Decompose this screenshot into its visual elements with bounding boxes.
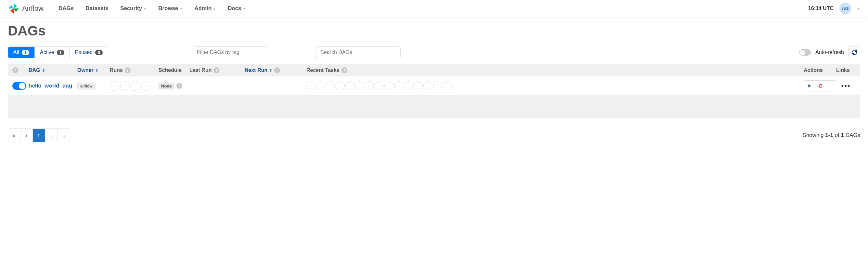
page-body: DAGs All 1 Active 1 Paused 0 Auto-refr <box>0 17 868 124</box>
filter-active-count: 1 <box>57 50 64 55</box>
col-nextrun[interactable]: Next Run ▲▼ i <box>245 67 306 73</box>
col-runs-label: Runs <box>110 67 123 73</box>
trigger-dag-button[interactable] <box>804 81 815 91</box>
delete-dag-button[interactable] <box>815 81 826 91</box>
filter-paused[interactable]: Paused 0 <box>70 47 108 58</box>
svg-rect-0 <box>819 85 822 87</box>
nav-browse[interactable]: Browse▼ <box>158 5 183 12</box>
schedule-badge: None i <box>158 83 182 89</box>
task-status-circle[interactable] <box>423 81 432 90</box>
col-lastrun: Last Run i <box>189 67 245 73</box>
tag-filter-input[interactable] <box>193 47 267 58</box>
sort-icon: ▲▼ <box>42 68 45 72</box>
nav-security[interactable]: Security▼ <box>120 5 147 12</box>
page-next[interactable]: › <box>45 129 58 142</box>
more-links-button[interactable]: ••• <box>841 82 850 90</box>
table-row: hello_world_dag airflow None i <box>8 77 860 95</box>
user-avatar[interactable]: AG <box>839 3 851 14</box>
task-status-circle[interactable] <box>345 81 354 90</box>
summary-total: 1 <box>841 132 844 138</box>
task-status-circle[interactable] <box>326 81 335 90</box>
col-dag-label: DAG <box>29 67 40 73</box>
filter-active[interactable]: Active 1 <box>35 47 70 58</box>
task-status-circle[interactable] <box>355 81 364 90</box>
tag-filter <box>193 47 267 58</box>
trash-icon <box>818 84 823 88</box>
owner-tag[interactable]: airflow <box>77 83 95 89</box>
chevron-down-icon[interactable]: ▼ <box>857 7 860 10</box>
airflow-logo-icon <box>8 3 20 14</box>
nav-docs[interactable]: Docs▼ <box>228 5 246 12</box>
task-status-circle[interactable] <box>433 81 442 90</box>
summary-mid: of <box>833 132 841 138</box>
search-input[interactable] <box>316 47 401 58</box>
run-status-circle[interactable] <box>110 81 120 91</box>
filter-paused-count: 0 <box>95 50 103 55</box>
nav-dags-label: DAGs <box>59 5 74 12</box>
task-status-circle[interactable] <box>394 81 403 90</box>
autorefresh-label: Auto-refresh <box>815 50 844 55</box>
chevron-down-icon: ▼ <box>180 7 183 10</box>
filter-all[interactable]: All 1 <box>8 47 35 58</box>
action-buttons <box>804 80 836 91</box>
info-icon[interactable]: i <box>213 67 219 73</box>
sort-icon: ▲▼ <box>269 68 272 72</box>
chevron-down-icon: ▼ <box>213 7 216 10</box>
col-lastrun-label: Last Run <box>189 67 212 73</box>
task-status-circle[interactable] <box>365 81 374 90</box>
nav-admin[interactable]: Admin▼ <box>194 5 216 12</box>
status-filter-group: All 1 Active 1 Paused 0 <box>8 47 108 58</box>
filter-active-label: Active <box>40 50 54 55</box>
info-icon[interactable]: i <box>341 67 347 73</box>
schedule-label[interactable]: None <box>158 83 175 89</box>
col-actions: Actions <box>804 67 836 73</box>
clock[interactable]: 16:14 UTC <box>808 5 834 11</box>
info-icon[interactable]: i <box>274 67 280 73</box>
info-icon[interactable]: i <box>176 83 182 89</box>
task-status-circle[interactable] <box>413 81 423 90</box>
filter-all-count: 1 <box>22 50 29 55</box>
navbar-right: 16:14 UTC AG ▼ <box>808 3 860 14</box>
task-status-circle[interactable] <box>375 81 384 90</box>
info-icon[interactable]: i <box>12 67 18 73</box>
nav-datasets[interactable]: Datasets <box>86 5 108 12</box>
table-header: i DAG ▲▼ Owner ▲▼ Runs i Schedule Last R… <box>8 64 860 77</box>
filter-all-label: All <box>13 50 19 55</box>
task-status-circle[interactable] <box>316 81 325 90</box>
task-status-circle[interactable] <box>443 81 452 90</box>
autorefresh-toggle[interactable] <box>799 49 811 56</box>
summary-range: 1-1 <box>825 132 833 138</box>
task-status-circle[interactable] <box>384 81 393 90</box>
col-dag[interactable]: DAG ▲▼ <box>29 67 77 73</box>
dag-name-link[interactable]: hello_world_dag <box>29 83 72 89</box>
nav-dags[interactable]: DAGs <box>59 5 74 12</box>
nav-browse-label: Browse <box>158 5 178 12</box>
runs-circles <box>110 81 158 91</box>
info-icon[interactable]: i <box>125 67 131 73</box>
brand[interactable]: Airflow <box>8 3 43 14</box>
run-status-circle[interactable] <box>120 81 130 91</box>
dag-enable-toggle[interactable] <box>12 82 26 90</box>
brand-text: Airflow <box>22 4 43 13</box>
col-owner-label: Owner <box>77 67 94 73</box>
page-current[interactable]: 1 <box>33 129 45 142</box>
page-last[interactable]: » <box>58 129 70 142</box>
col-recent-label: Recent Tasks <box>306 67 339 73</box>
filter-paused-label: Paused <box>75 50 93 55</box>
run-status-circle[interactable] <box>141 81 151 91</box>
task-status-circle[interactable] <box>336 81 345 90</box>
col-runs: Runs i <box>110 67 158 73</box>
task-status-circle[interactable] <box>404 81 413 90</box>
nav-links: DAGs Datasets Security▼ Browse▼ Admin▼ D… <box>59 5 246 12</box>
page-first[interactable]: « <box>8 129 21 142</box>
summary-suffix: DAGs <box>844 132 860 138</box>
col-nextrun-label: Next Run <box>245 67 267 73</box>
dag-table: i DAG ▲▼ Owner ▲▼ Runs i Schedule Last R… <box>8 64 860 118</box>
col-schedule-label: Schedule <box>158 67 182 73</box>
run-status-circle[interactable] <box>131 81 140 91</box>
page-title: DAGs <box>8 23 860 39</box>
refresh-button[interactable] <box>848 47 860 58</box>
page-prev[interactable]: ‹ <box>21 129 33 142</box>
task-status-circle[interactable] <box>306 81 315 90</box>
col-owner[interactable]: Owner ▲▼ <box>77 67 110 73</box>
